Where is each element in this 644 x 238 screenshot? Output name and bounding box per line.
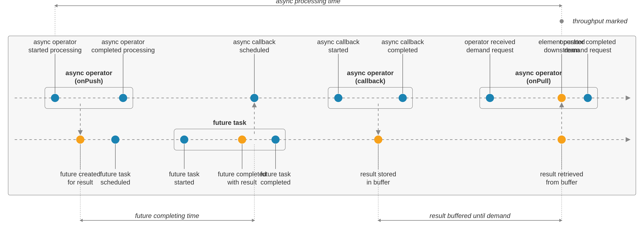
label-callback_completed-1: async callback xyxy=(382,38,424,46)
label-started_processing-2: started processing xyxy=(28,47,82,54)
label-future_completed-2: completed xyxy=(260,179,290,186)
label-completed_processing-1: async operator xyxy=(102,38,145,46)
label-callback_completed-2: completed xyxy=(388,47,418,54)
label-future_result-1: future completed xyxy=(218,170,266,178)
box-title-onPull: async operator xyxy=(515,69,562,77)
label-future_scheduled-1: future task xyxy=(100,170,131,178)
node-completed_processing xyxy=(119,94,127,102)
box-title-future: future task xyxy=(213,119,246,126)
label-demand_completed-2: demand request xyxy=(564,47,611,54)
label-started_processing-1: async operator xyxy=(34,38,76,46)
node-callback_scheduled xyxy=(250,94,258,102)
node-started_processing xyxy=(51,94,59,102)
node-element_pushed xyxy=(558,94,566,102)
node-callback_completed xyxy=(399,94,407,102)
box-subtitle-onPush: (onPush) xyxy=(75,77,103,85)
node-demand_completed xyxy=(584,94,592,102)
label-future_completed-1: future task xyxy=(260,170,291,178)
async-timeline-diagram: async processing timethroughput markedas… xyxy=(0,0,644,237)
span-future-completing-label: future completing time xyxy=(135,212,199,219)
label-future_started-1: future task xyxy=(169,170,200,178)
node-future_scheduled xyxy=(111,135,120,144)
label-demand_received-1: operator received xyxy=(464,38,515,46)
label-callback_started-1: async callback xyxy=(317,38,360,46)
label-callback_scheduled-2: scheduled xyxy=(240,47,269,54)
throughput-marker xyxy=(560,19,564,23)
node-future_started xyxy=(180,135,188,144)
box-subtitle-onPull: (onPull) xyxy=(526,77,551,85)
box-subtitle-callback: (callback) xyxy=(355,77,385,85)
node-future_created xyxy=(76,135,84,144)
label-demand_received-2: demand request xyxy=(466,47,514,54)
span-result-buffered-label: result buffered until demand xyxy=(430,212,510,219)
node-future_completed xyxy=(272,135,280,144)
box-title-callback: async operator xyxy=(347,69,394,77)
node-result_stored xyxy=(374,135,382,144)
node-callback_started xyxy=(334,94,342,102)
label-callback_started-2: started xyxy=(328,47,348,54)
throughput-label: throughput marked xyxy=(572,18,628,25)
node-result_retrieved xyxy=(558,135,566,144)
box-title-onPush: async operator xyxy=(66,69,112,77)
label-completed_processing-2: completed processing xyxy=(92,47,155,54)
label-future_scheduled-2: scheduled xyxy=(100,179,130,186)
label-demand_completed-1: operator completed xyxy=(560,38,616,46)
span-label-async-processing-time: async processing time xyxy=(276,0,340,5)
label-callback_scheduled-1: async callback xyxy=(233,38,276,46)
node-future_result xyxy=(238,135,246,144)
label-future_started-2: started xyxy=(174,179,194,186)
node-demand_received xyxy=(486,94,494,102)
label-future_result-2: with result xyxy=(227,179,257,186)
